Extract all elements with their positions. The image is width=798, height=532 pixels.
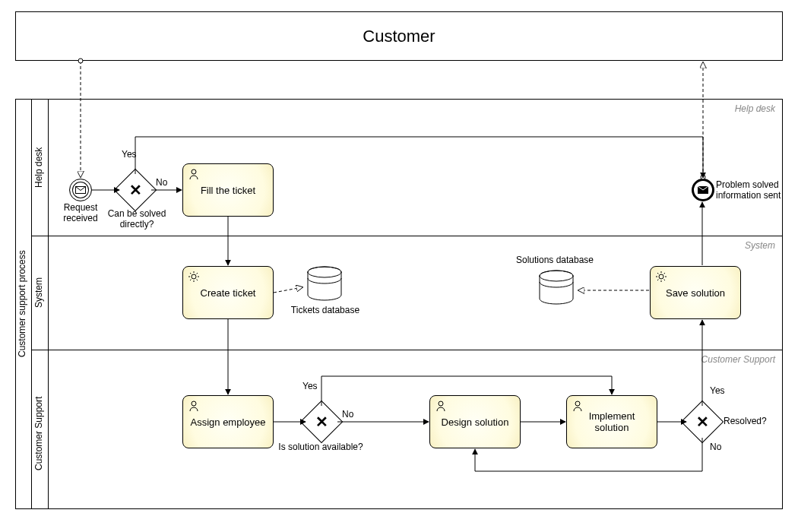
svg-point-5 [192,401,196,406]
pool-customer: Customer [15,11,783,61]
gateway3-no: No [710,442,729,453]
gateway2-label: Is solution available? [275,442,366,453]
gateway3-yes: Yes [710,386,733,397]
task-design-solution: Design solution [429,395,521,448]
lane-system-label: System [33,270,44,315]
svg-point-1 [192,169,196,174]
gear-icon [188,271,200,283]
task-design-label: Design solution [442,416,509,428]
solutions-database [536,270,577,308]
task-save-label: Save solution [666,287,725,299]
solutions-db-label: Solutions database [509,255,600,266]
end-event-label: Problem solved information sent [716,180,784,201]
task-create-ticket: Create ticket [182,266,274,319]
xor-icon: ✕ [121,176,150,204]
task-implement-solution: Implement solution [566,395,657,448]
svg-point-6 [439,401,443,406]
gateway2-no: No [342,410,361,420]
task-create-label: Create ticket [201,287,256,299]
start-event [69,179,92,201]
lane-div-2 [32,350,783,350]
lane-div-1 [32,236,783,236]
task-fill-ticket: Fill the ticket [182,163,274,217]
envelope-icon [75,186,86,194]
user-icon [572,400,584,412]
pool-customer-label: Customer [363,27,435,46]
svg-point-7 [575,401,580,406]
end-event [692,179,714,201]
user-icon [435,400,447,412]
task-fill-label: Fill the ticket [201,185,255,196]
xor-icon: ✕ [688,407,717,436]
gateway1-no: No [156,178,175,188]
tickets-db-label: Tickets database [287,306,363,316]
bpmn-diagram: Customer Customer support process Help d… [0,0,798,532]
gateway1-label: Can be solved directly? [106,209,167,230]
task-assign-label: Assign employee [191,416,266,428]
task-assign-employee: Assign employee [182,395,274,448]
gateway1-yes: Yes [122,150,144,160]
xor-icon: ✕ [307,407,336,436]
tickets-database [304,266,345,304]
start-event-label: Request received [61,203,100,224]
lane-support-label: Customer Support [33,388,44,479]
gear-icon [655,271,667,283]
task-save-solution: Save solution [650,266,741,319]
gateway3-label: Resolved? [724,416,773,427]
lane-helpdesk-label: Help desk [33,133,44,201]
lanehint-support: Customer Support [623,355,775,366]
lanehint-system: System [623,241,775,252]
task-implement-label: Implement solution [572,410,652,433]
user-icon [188,400,200,412]
svg-point-2 [192,274,196,279]
pool-process-label: Customer support process [17,228,27,380]
envelope-filled-icon [698,186,708,194]
gateway2-yes: Yes [302,382,325,392]
lanehint-helpdesk: Help desk [623,104,775,115]
svg-point-8 [659,274,663,279]
user-icon [188,168,200,180]
